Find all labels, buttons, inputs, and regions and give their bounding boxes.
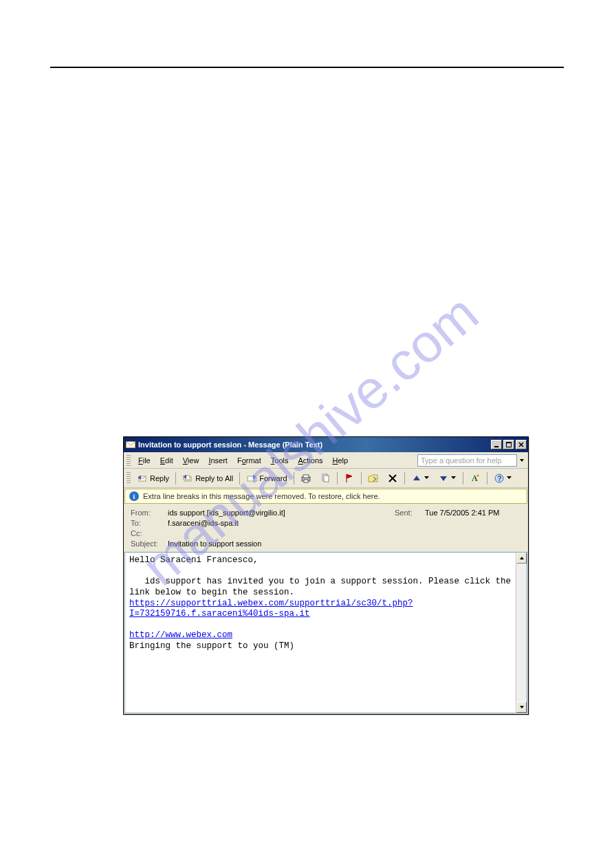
from-label: From: <box>131 509 165 517</box>
chevron-down-icon <box>424 476 430 480</box>
font-a-icon: A <box>470 473 481 484</box>
svg-rect-4 <box>506 442 512 443</box>
folder-arrow-icon <box>368 473 379 484</box>
chevron-down-icon <box>507 476 512 480</box>
maximize-button[interactable] <box>503 440 514 449</box>
message-body-container: Hello Saraceni Francesco, ids support ha… <box>124 552 527 713</box>
toolbar-separator <box>361 472 362 485</box>
toolbar-separator <box>239 472 240 485</box>
toolbar-separator <box>294 472 294 485</box>
help-button[interactable]: ? <box>490 471 516 486</box>
body-greeting: Hello Saraceni Francesco, <box>129 555 259 565</box>
delete-x-icon <box>387 473 398 484</box>
cc-value <box>168 529 521 537</box>
minimize-button[interactable] <box>491 440 502 449</box>
down-arrow-icon <box>438 473 449 484</box>
message-body[interactable]: Hello Saraceni Francesco, ids support ha… <box>125 553 516 713</box>
copy-icon <box>320 473 331 484</box>
toolbar-separator <box>463 472 463 485</box>
forward-icon <box>246 473 257 484</box>
menu-view[interactable]: View <box>178 454 204 467</box>
menu-help[interactable]: Help <box>328 454 353 467</box>
help-icon: ? <box>494 473 505 484</box>
session-link[interactable]: https://supporttrial.webex.com/supporttr… <box>129 599 413 619</box>
next-item-button[interactable] <box>435 471 460 486</box>
delete-button[interactable] <box>384 471 402 486</box>
menu-edit[interactable]: Edit <box>155 454 178 467</box>
toolbar-separator <box>337 472 338 485</box>
page-divider <box>50 67 564 68</box>
menu-tools[interactable]: Tools <box>266 454 294 467</box>
toolbar-separator <box>175 472 176 485</box>
toolbar: Reply Reply to All Forward <box>124 469 528 488</box>
toolbar-separator <box>487 472 487 485</box>
scroll-up-button[interactable] <box>516 553 527 564</box>
help-dropdown-icon[interactable] <box>518 455 525 466</box>
to-value: f.saraceni@ids-spa.it <box>168 519 521 527</box>
menubar-grip-icon[interactable] <box>127 455 131 466</box>
svg-rect-2 <box>494 446 498 447</box>
menu-bar: File Edit View Insert Format Tools Actio… <box>124 452 528 469</box>
menu-insert[interactable]: Insert <box>204 454 232 467</box>
reply-all-button[interactable]: Reply to All <box>179 471 237 486</box>
info-text: Extra line breaks in this message were r… <box>143 492 380 500</box>
toolbar-grip-icon[interactable] <box>127 472 131 485</box>
cc-label: Cc: <box>131 529 165 537</box>
svg-rect-13 <box>324 476 329 482</box>
chevron-down-icon <box>451 476 457 480</box>
print-button[interactable] <box>297 471 315 486</box>
forward-button[interactable]: Forward <box>243 471 290 486</box>
menu-format[interactable]: Format <box>232 454 266 467</box>
previous-item-button[interactable] <box>408 471 433 486</box>
reply-icon <box>137 473 148 484</box>
webex-link[interactable]: http://www.webex.com <box>129 630 232 640</box>
flag-icon <box>344 473 355 484</box>
up-arrow-icon <box>411 473 422 484</box>
from-value: ids support [ids_support@virgilio.it] <box>168 509 392 517</box>
help-search-input[interactable]: Type a question for help <box>417 454 517 467</box>
message-header: From: ids support [ids_support@virgilio.… <box>124 504 528 552</box>
toolbar-separator <box>404 472 405 485</box>
move-to-folder-button[interactable] <box>364 471 382 486</box>
reply-all-icon <box>182 473 193 484</box>
body-para1: ids support has invited you to join a su… <box>129 577 516 597</box>
copy-button[interactable] <box>316 471 334 486</box>
flag-button[interactable] <box>340 471 358 486</box>
vertical-scrollbar[interactable] <box>516 553 527 713</box>
email-message-window: Invitation to support session - Message … <box>123 436 529 715</box>
to-label: To: <box>131 519 165 527</box>
info-bar[interactable]: i Extra line breaks in this message were… <box>124 489 527 504</box>
svg-text:A: A <box>472 474 478 483</box>
reply-all-label: Reply to All <box>195 474 233 482</box>
window-title: Invitation to support session - Message … <box>138 441 490 449</box>
envelope-icon <box>126 440 135 449</box>
subject-value: Invitation to support session <box>168 539 521 548</box>
menu-actions[interactable]: Actions <box>293 454 327 467</box>
sent-label: Sent: <box>395 509 422 517</box>
svg-rect-11 <box>304 480 308 482</box>
body-tagline: Bringing the support to you (TM) <box>129 641 294 651</box>
title-bar[interactable]: Invitation to support session - Message … <box>124 437 528 452</box>
info-icon: i <box>129 491 139 501</box>
font-button[interactable]: A <box>466 471 484 486</box>
menu-file[interactable]: File <box>133 454 155 467</box>
scroll-down-button[interactable] <box>516 702 527 713</box>
reply-label: Reply <box>150 474 169 482</box>
sent-value: Tue 7/5/2005 2:41 PM <box>425 509 521 517</box>
subject-label: Subject: <box>131 539 165 548</box>
reply-button[interactable]: Reply <box>133 471 173 486</box>
scroll-track[interactable] <box>516 564 527 702</box>
printer-icon <box>300 473 311 484</box>
svg-point-15 <box>476 474 479 476</box>
svg-rect-10 <box>303 475 309 478</box>
help-placeholder: Type a question for help <box>421 456 501 465</box>
forward-label: Forward <box>259 474 287 482</box>
close-button[interactable] <box>516 440 527 449</box>
svg-text:?: ? <box>497 475 501 482</box>
